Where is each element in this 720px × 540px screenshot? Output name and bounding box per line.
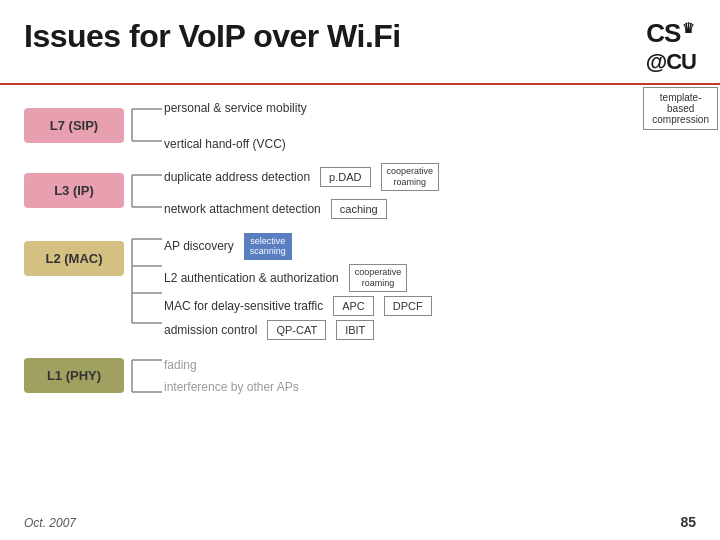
dpcf-tag: DPCF [384, 296, 432, 316]
l2-item-text-4: admission control [164, 323, 257, 337]
main-content: template- based compression L7 (SIP) per… [0, 85, 720, 420]
selective-scanning-tag: selectivescanning [244, 233, 292, 261]
template-box: template- based compression [643, 87, 718, 130]
logo-crown: ♛ [682, 20, 695, 36]
logo-cu: @CU [646, 49, 696, 75]
footer-date: Oct. 2007 [24, 516, 76, 530]
l7-box: L7 (SIP) [24, 108, 124, 143]
l3-item-text-2: network attachment detection [164, 202, 321, 216]
l2-items: AP discovery selectivescanning L2 authen… [164, 231, 696, 340]
ibit-tag: IBIT [336, 320, 374, 340]
l3-item-1: duplicate address detection p.DAD cooper… [164, 163, 696, 191]
l7-item-text-1: personal & service mobility [164, 101, 307, 115]
logo: CS ♛ @CU [646, 18, 696, 75]
logo-cs: CS [646, 18, 680, 49]
l3-item-text-1: duplicate address detection [164, 170, 310, 184]
l7-item-2: vertical hand-off (VCC) [164, 137, 696, 151]
l7-item-1: personal & service mobility [164, 101, 696, 115]
page-title: Issues for VoIP over Wi.Fi [24, 18, 401, 55]
l3-cooperative-tag: cooperativeroaming [381, 163, 440, 191]
apc-tag: APC [333, 296, 374, 316]
l3-box: L3 (IP) [24, 173, 124, 208]
l1-item-text-1: fading [164, 358, 197, 372]
header: Issues for VoIP over Wi.Fi CS ♛ @CU [0, 0, 720, 85]
l1-section: L1 (PHY) fading interference by other AP… [24, 350, 696, 402]
l2-box: L2 (MAC) [24, 241, 124, 276]
l1-items: fading interference by other APs [164, 358, 696, 394]
pdad-tag: p.DAD [320, 167, 370, 187]
l3-item-2: network attachment detection caching [164, 199, 696, 219]
l2-cooperative-tag: cooperativeroaming [349, 264, 408, 292]
l7-item-text-2: vertical hand-off (VCC) [164, 137, 286, 151]
l1-bracket [124, 350, 164, 402]
l2-item-text-1: AP discovery [164, 239, 234, 253]
l2-item-4: admission control QP-CAT IBIT [164, 320, 696, 340]
l2-item-2: L2 authentication & authorization cooper… [164, 264, 696, 292]
l3-items: duplicate address detection p.DAD cooper… [164, 163, 696, 219]
qpcat-tag: QP-CAT [267, 320, 326, 340]
l7-items: personal & service mobility vertical han… [164, 99, 696, 151]
l7-bracket [124, 99, 164, 151]
l7-section: L7 (SIP) personal & service mobility ver… [24, 99, 696, 151]
l2-item-1: AP discovery selectivescanning [164, 233, 696, 261]
l2-bracket [124, 231, 164, 331]
l2-item-text-3: MAC for delay-sensitive traffic [164, 299, 323, 313]
l2-item-3: MAC for delay-sensitive traffic APC DPCF [164, 296, 696, 316]
l1-item-2: interference by other APs [164, 380, 696, 394]
page-number: 85 [680, 514, 696, 530]
l1-box: L1 (PHY) [24, 358, 124, 393]
l3-bracket [124, 165, 164, 217]
l1-item-1: fading [164, 358, 696, 372]
l2-section: L2 (MAC) AP discovery selectivescanning … [24, 231, 696, 340]
l3-section: L3 (IP) duplicate address detection p.DA… [24, 163, 696, 219]
l1-item-text-2: interference by other APs [164, 380, 299, 394]
l2-item-text-2: L2 authentication & authorization [164, 271, 339, 285]
caching-tag: caching [331, 199, 387, 219]
